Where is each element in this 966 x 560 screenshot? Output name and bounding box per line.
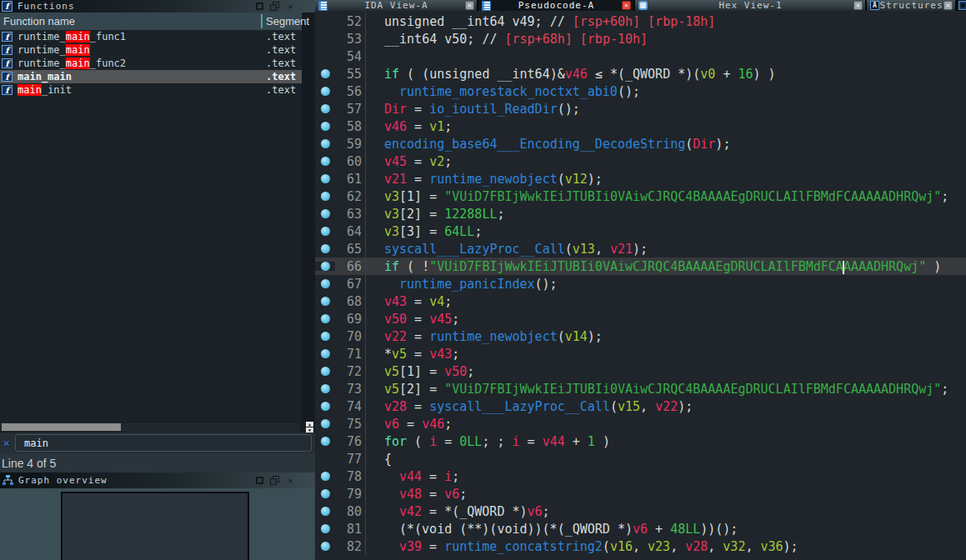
gutter-cell[interactable] (315, 139, 335, 148)
breakpoint-dot[interactable] (321, 139, 330, 148)
hscrollbar-thumb[interactable] (2, 423, 121, 431)
tab-pseudocode-a[interactable]: Pseudocode-A✕ (478, 0, 633, 11)
breakpoint-dot[interactable] (321, 489, 330, 498)
code-line[interactable]: 52unsigned __int64 v49; // [rsp+60h] [rb… (315, 12, 966, 30)
breakpoint-dot[interactable] (321, 104, 330, 113)
gutter-cell[interactable] (315, 262, 335, 271)
code-line[interactable]: 63v3[2] = 12288LL; (315, 205, 966, 222)
code-line[interactable]: 64v3[3] = 64LL; (315, 222, 966, 240)
code-text[interactable]: v46 = v1; (366, 119, 452, 134)
code-line[interactable]: 65syscall___LazyProc__Call(v13, v21); (315, 240, 966, 258)
code-line[interactable]: 80v42 = *(_QWORD *)v6; (315, 502, 966, 520)
gutter-cell[interactable] (315, 192, 335, 201)
gutter-cell[interactable] (315, 332, 335, 341)
code-text[interactable]: v28 = syscall___LazyProc__Call(v15, v22)… (366, 399, 693, 414)
breakpoint-dot[interactable] (321, 157, 330, 166)
code-line[interactable]: 79v48 = v6; (315, 485, 966, 502)
function-list-item[interactable]: fmain_init.text (0, 83, 302, 97)
tab-close-icon[interactable]: ✕ (465, 1, 474, 10)
breakpoint-dot[interactable] (321, 472, 330, 481)
gutter-cell[interactable] (315, 402, 335, 411)
functions-hscrollbar[interactable]: ▲ ▼ (0, 422, 315, 432)
breakpoint-dot[interactable] (321, 332, 330, 341)
code-line[interactable]: 62v3[1] = "VUiD7FBIjWwkIEiJTUBIi0VAiwCJR… (315, 188, 966, 205)
graph-overview-titlebar[interactable]: Graph overview ✕ (0, 472, 315, 488)
float-icon[interactable] (270, 2, 279, 11)
code-text[interactable]: v6 = v46; (366, 417, 452, 432)
code-text[interactable]: v42 = *(_QWORD *)v6; (366, 504, 550, 519)
breakpoint-dot[interactable] (321, 524, 330, 533)
pseudocode-view[interactable]: 52unsigned __int64 v49; // [rsp+60h] [rb… (315, 11, 966, 560)
code-line[interactable]: 54 (315, 48, 966, 65)
gutter-cell[interactable] (315, 279, 335, 288)
gutter-cell[interactable] (315, 69, 335, 78)
breakpoint-dot[interactable] (321, 367, 330, 376)
breakpoint-dot[interactable] (321, 69, 330, 78)
breakpoint-dot[interactable] (321, 542, 330, 551)
code-line[interactable]: 70v22 = runtime_newobject(v14); (315, 328, 966, 345)
function-list-item[interactable]: fruntime_main_func1.text (0, 30, 302, 43)
breakpoint-dot[interactable] (321, 227, 330, 236)
gutter-cell[interactable] (315, 174, 335, 183)
code-line-current[interactable]: 66if ( !"VUiD7FBIjWwkIEiJTUBIi0VAiwCJRQC… (315, 258, 966, 275)
breakpoint-dot[interactable] (321, 349, 330, 358)
gutter-cell[interactable] (315, 472, 335, 481)
code-text[interactable]: v3[2] = 12288LL; (366, 207, 505, 222)
gutter-cell[interactable] (315, 314, 335, 323)
code-line[interactable]: 71*v5 = v43; (315, 345, 966, 362)
code-line[interactable]: 53__int64 v50; // [rsp+68h] [rbp-10h] (315, 30, 966, 48)
gutter-cell[interactable] (315, 524, 335, 533)
breakpoint-dot[interactable] (321, 384, 330, 393)
code-line[interactable]: 55if ( (unsigned __int64)&v46 ≤ *(_QWORD… (315, 65, 966, 82)
column-header-segment[interactable]: Segment (266, 15, 309, 28)
code-text[interactable]: encoding_base64___Encoding__DecodeString… (366, 137, 730, 152)
tab-close-icon[interactable]: ✕ (853, 1, 863, 10)
tab-hex-view-1[interactable]: Hex View-1✕ (635, 0, 865, 11)
code-line[interactable]: 68v43 = v4; (315, 292, 966, 310)
code-text[interactable]: syscall___LazyProc__Call(v13, v21); (366, 242, 648, 257)
code-text[interactable]: v50 = v45; (366, 312, 459, 327)
breakpoint-dot[interactable] (321, 419, 330, 428)
gutter-cell[interactable] (315, 227, 335, 236)
tab-ida-view-a[interactable]: IDA View-A✕ (315, 0, 477, 11)
float-icon[interactable] (270, 476, 279, 485)
tab-close-icon[interactable]: ✕ (622, 1, 631, 10)
code-line[interactable]: 57Dir = io_ioutil_ReadDir(); (315, 100, 966, 118)
breakpoint-dot[interactable] (321, 244, 330, 253)
breakpoint-dot[interactable] (321, 122, 330, 131)
gutter-cell[interactable] (315, 104, 335, 113)
column-separator[interactable] (261, 14, 263, 28)
breakpoint-dot[interactable] (321, 279, 330, 288)
code-text[interactable]: unsigned __int64 v49; // [rsp+60h] [rbp-… (366, 14, 715, 29)
breakpoint-dot[interactable] (321, 314, 330, 323)
code-text[interactable]: v3[3] = 64LL; (366, 224, 482, 239)
function-list-item[interactable]: fruntime_main_func2.text (0, 57, 302, 70)
breakpoint-dot[interactable] (321, 87, 330, 96)
code-text[interactable]: v39 = runtime_concatstring2(v16, v23, v2… (366, 539, 798, 554)
code-text[interactable]: Dir = io_ioutil_ReadDir(); (366, 102, 580, 117)
code-text[interactable]: *v5 = v43; (366, 347, 459, 362)
code-line[interactable]: 72v5[1] = v50; (315, 362, 966, 380)
code-text[interactable]: (*(void (**)(void))(*(_QWORD *)v6 + 48LL… (366, 522, 738, 537)
graph-overview-canvas[interactable] (0, 488, 315, 560)
code-text[interactable]: if ( (unsigned __int64)&v46 ≤ *(_QWORD *… (366, 67, 776, 82)
gutter-cell[interactable] (315, 157, 335, 166)
breakpoint-dot[interactable] (321, 402, 330, 411)
maximize-icon[interactable] (256, 477, 263, 484)
code-text[interactable]: v22 = runtime_newobject(v14); (366, 329, 603, 344)
gutter-cell[interactable] (315, 542, 335, 551)
graph-overview-viewport-rect[interactable] (61, 492, 249, 560)
breakpoint-dot[interactable] (321, 174, 330, 183)
hscrollbar-up-arrow-icon[interactable]: ▲ (306, 422, 313, 427)
close-icon[interactable]: ✕ (286, 476, 295, 485)
gutter-cell[interactable] (315, 209, 335, 218)
breakpoint-dot[interactable] (321, 437, 330, 446)
clear-filter-icon[interactable]: ✕ (0, 437, 13, 449)
breakpoint-dot[interactable] (321, 297, 330, 306)
code-line[interactable]: 82v39 = runtime_concatstring2(v16, v23, … (315, 538, 966, 555)
code-line[interactable]: 78v44 = i; (315, 468, 966, 485)
code-line[interactable]: 58v46 = v1; (315, 118, 966, 135)
code-line[interactable]: 77{ (315, 450, 966, 468)
gutter-cell[interactable] (315, 87, 335, 96)
close-icon[interactable]: ✕ (286, 2, 295, 11)
